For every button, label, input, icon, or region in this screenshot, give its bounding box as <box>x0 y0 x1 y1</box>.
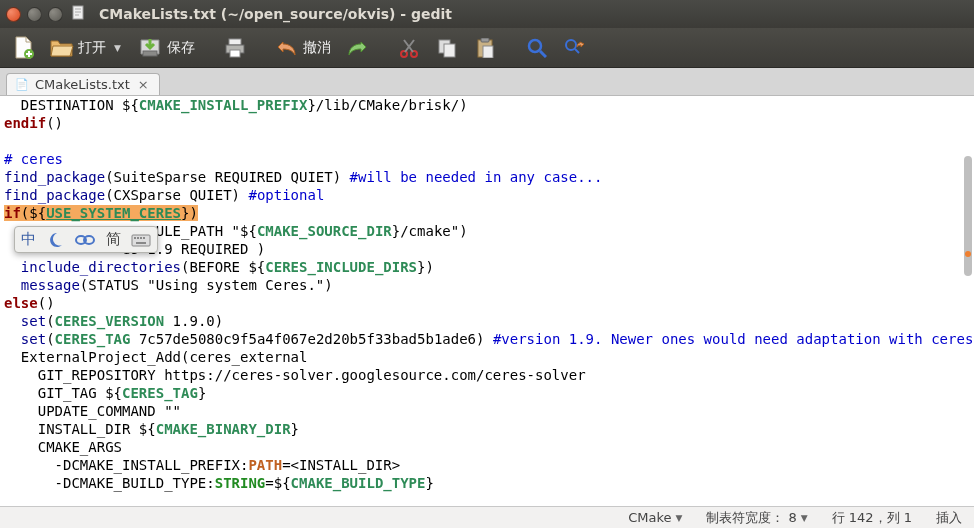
search-button[interactable] <box>521 34 553 62</box>
tab-close-button[interactable]: × <box>136 77 151 92</box>
ime-link-icon[interactable] <box>74 233 96 247</box>
save-icon <box>139 36 163 60</box>
printer-icon <box>223 36 247 60</box>
print-button[interactable] <box>219 34 251 62</box>
undo-button[interactable]: 撤消 <box>271 34 335 62</box>
status-cursor-position: 行 142，列 1 <box>832 509 912 527</box>
open-dropdown-arrow[interactable]: ▼ <box>110 43 125 53</box>
svg-rect-15 <box>483 46 493 58</box>
svg-rect-14 <box>481 38 489 42</box>
svg-rect-8 <box>230 50 240 57</box>
toolbar: 打开 ▼ 保存 撤消 <box>0 28 974 68</box>
search-icon <box>525 36 549 60</box>
tab-cmakelists[interactable]: 📄 CMakeLists.txt × <box>6 73 160 95</box>
close-window-button[interactable] <box>6 7 21 22</box>
window-controls <box>6 7 63 22</box>
svg-rect-5 <box>143 51 157 56</box>
new-file-icon <box>12 36 36 60</box>
undo-icon <box>275 36 299 60</box>
svg-point-16 <box>529 40 541 52</box>
svg-rect-26 <box>143 237 145 239</box>
cut-button[interactable] <box>393 34 425 62</box>
statusbar: CMake▼ 制表符宽度：8▼ 行 142，列 1 插入 <box>0 506 974 528</box>
open-folder-icon <box>50 36 74 60</box>
ime-moon-icon[interactable] <box>46 231 64 249</box>
search-replace-icon <box>563 36 587 60</box>
scissors-icon <box>397 36 421 60</box>
ime-keyboard-icon[interactable] <box>131 232 151 248</box>
svg-point-18 <box>566 40 576 50</box>
svg-rect-27 <box>136 242 146 244</box>
svg-rect-25 <box>140 237 142 239</box>
svg-rect-6 <box>229 39 241 45</box>
save-button[interactable]: 保存 <box>135 34 199 62</box>
code-editor[interactable]: DESTINATION ${CMAKE_INSTALL_PREFIX}/lib/… <box>0 96 974 506</box>
svg-rect-23 <box>134 237 136 239</box>
scrollbar-thumb[interactable] <box>964 156 972 276</box>
ime-zhong-button[interactable]: 中 <box>21 230 36 249</box>
paste-icon <box>473 36 497 60</box>
titlebar: CMakeLists.txt (~/open_source/okvis) - g… <box>0 0 974 28</box>
minimize-window-button[interactable] <box>27 7 42 22</box>
status-insert-mode[interactable]: 插入 <box>936 509 962 527</box>
tab-label: CMakeLists.txt <box>35 77 130 92</box>
copy-button[interactable] <box>431 34 463 62</box>
svg-rect-24 <box>137 237 139 239</box>
document-icon: 📄 <box>15 78 29 91</box>
window-title: CMakeLists.txt (~/open_source/okvis) - g… <box>99 6 452 22</box>
redo-icon <box>345 36 369 60</box>
undo-label: 撤消 <box>303 39 331 57</box>
ime-toolbar[interactable]: 中 简 <box>14 226 158 253</box>
redo-button[interactable] <box>341 34 373 62</box>
search-replace-button[interactable] <box>559 34 591 62</box>
save-label: 保存 <box>167 39 195 57</box>
ime-jian-button[interactable]: 简 <box>106 230 121 249</box>
gedit-app-icon <box>71 5 87 24</box>
tabbar: 📄 CMakeLists.txt × <box>0 68 974 96</box>
svg-rect-22 <box>132 235 150 246</box>
status-language-selector[interactable]: CMake▼ <box>628 510 682 525</box>
new-file-button[interactable] <box>8 34 40 62</box>
copy-icon <box>435 36 459 60</box>
svg-rect-12 <box>444 44 455 57</box>
open-label: 打开 <box>78 39 106 57</box>
open-button[interactable]: 打开 ▼ <box>46 34 129 62</box>
editor-area[interactable]: DESTINATION ${CMAKE_INSTALL_PREFIX}/lib/… <box>0 96 974 506</box>
svg-line-19 <box>575 49 579 53</box>
status-tabwidth-selector[interactable]: 制表符宽度：8▼ <box>706 509 807 527</box>
paste-button[interactable] <box>469 34 501 62</box>
svg-line-17 <box>540 51 546 57</box>
scroll-marker <box>965 251 971 257</box>
maximize-window-button[interactable] <box>48 7 63 22</box>
